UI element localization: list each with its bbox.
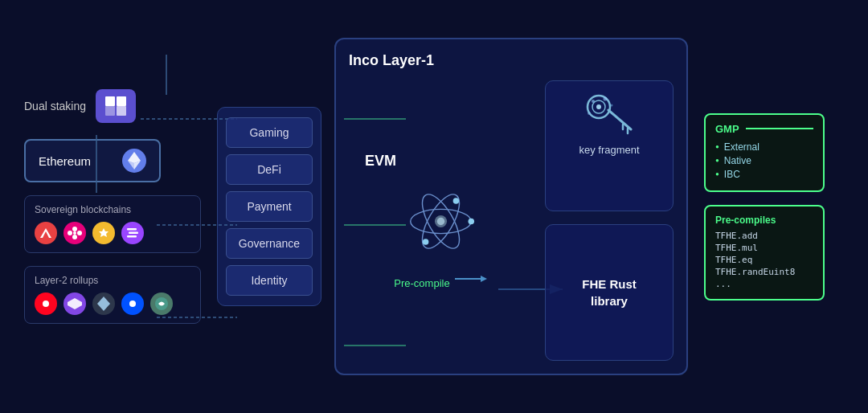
left-section: Dual staking Ethereum	[24, 89, 201, 324]
right-section: GMP ● External ● Native ● IBC Pre-compil…	[704, 113, 825, 301]
svg-marker-44	[481, 276, 487, 282]
svg-point-41	[452, 198, 459, 204]
inco-title: Inco Layer-1	[349, 52, 674, 69]
sovereign-icons	[35, 222, 190, 244]
polkadot-icon	[63, 222, 86, 244]
svg-point-19	[72, 227, 77, 231]
inco-inner: EVM	[349, 80, 674, 361]
precompile-rand: TFHE.randEuint8	[715, 267, 813, 277]
svg-point-29	[43, 301, 49, 307]
pre-compile-row: Pre-compile	[394, 269, 486, 289]
main-container: Dual staking Ethereum	[0, 0, 868, 413]
ethereum-box: Ethereum	[24, 139, 161, 182]
rollups-section: Layer-2 rollups	[24, 266, 201, 324]
precompile-more: ...	[715, 279, 813, 289]
svg-point-52	[604, 97, 608, 101]
apps-column: Gaming DeFi Payment Governance Identity	[217, 107, 321, 306]
bnb-icon	[92, 222, 115, 244]
sovereign-section: Sovereign blockchains	[24, 195, 201, 253]
svg-point-53	[611, 104, 613, 107]
payment-item: Payment	[226, 191, 313, 222]
svg-marker-24	[99, 228, 108, 237]
svg-rect-10	[105, 96, 115, 106]
fhe-rust-label: FHE Rustlibrary	[582, 276, 637, 309]
svg-marker-31	[97, 296, 110, 311]
gmp-ibc: ● IBC	[715, 169, 813, 180]
gmp-line	[746, 128, 813, 129]
sovereign-label: Sovereign blockchains	[35, 204, 190, 215]
rollups-icons	[35, 292, 190, 315]
gmp-native: ● Native	[715, 155, 813, 166]
gmp-header: GMP	[715, 123, 813, 135]
dual-staking: Dual staking	[24, 89, 201, 123]
ethereum-label: Ethereum	[39, 154, 91, 168]
other-chain-icon	[150, 292, 173, 315]
dual-staking-label: Dual staking	[24, 100, 86, 112]
svg-point-40	[468, 219, 474, 225]
evm-section: EVM	[349, 80, 532, 361]
brand-logo	[96, 89, 136, 123]
evm-label: EVM	[365, 153, 396, 170]
svg-rect-11	[117, 96, 126, 106]
svg-point-23	[73, 231, 76, 235]
precompile-add: TFHE.add	[715, 231, 813, 241]
svg-rect-12	[105, 106, 115, 116]
svg-marker-30	[68, 298, 82, 309]
key-fragment-label: key fragment	[579, 144, 639, 156]
arbitrum-icon	[92, 292, 115, 315]
svg-point-21	[68, 231, 72, 235]
governance-item: Governance	[226, 228, 313, 259]
eth-icon	[122, 149, 146, 173]
gmp-box: GMP ● External ● Native ● IBC	[704, 113, 825, 192]
identity-item: Identity	[226, 265, 313, 296]
svg-line-48	[608, 110, 631, 129]
svg-rect-26	[129, 232, 138, 235]
svg-point-39	[436, 218, 444, 225]
fhe-section: key fragment FHE Rustlibrary	[545, 80, 674, 361]
atom-icon	[404, 186, 477, 258]
precompile-eq: TFHE.eq	[715, 255, 813, 265]
svg-rect-27	[127, 235, 137, 238]
svg-point-33	[129, 301, 136, 307]
svg-rect-13	[117, 106, 126, 116]
polygon-icon	[63, 292, 86, 315]
inco-layer1-box: Inco Layer-1 EVM	[334, 38, 688, 375]
svg-point-20	[72, 235, 77, 239]
svg-rect-25	[127, 228, 137, 231]
avalanche-icon	[35, 222, 57, 244]
svg-point-42	[422, 239, 428, 245]
precompiles-box: Pre-compiles TFHE.add TFHE.mul TFHE.eq T…	[704, 205, 825, 301]
base-icon	[121, 292, 144, 315]
gmp-title: GMP	[715, 123, 739, 135]
solana-icon	[121, 222, 144, 244]
precompiles-title: Pre-compiles	[715, 215, 813, 226]
fhe-rust-box: FHE Rustlibrary	[545, 224, 674, 362]
svg-point-22	[77, 231, 82, 235]
key-svg	[581, 89, 637, 137]
gaming-item: Gaming	[226, 117, 313, 148]
precompile-mul: TFHE.mul	[715, 243, 813, 253]
optimism-icon	[35, 292, 57, 315]
defi-item: DeFi	[226, 154, 313, 185]
key-fragment-box: key fragment	[545, 80, 674, 211]
rollups-label: Layer-2 rollups	[35, 275, 190, 286]
gmp-external: ● External	[715, 141, 813, 153]
svg-point-51	[592, 100, 595, 103]
svg-marker-14	[128, 152, 141, 163]
svg-point-54	[588, 112, 591, 115]
pre-compile-label: Pre-compile	[394, 277, 449, 289]
svg-point-47	[596, 104, 601, 109]
